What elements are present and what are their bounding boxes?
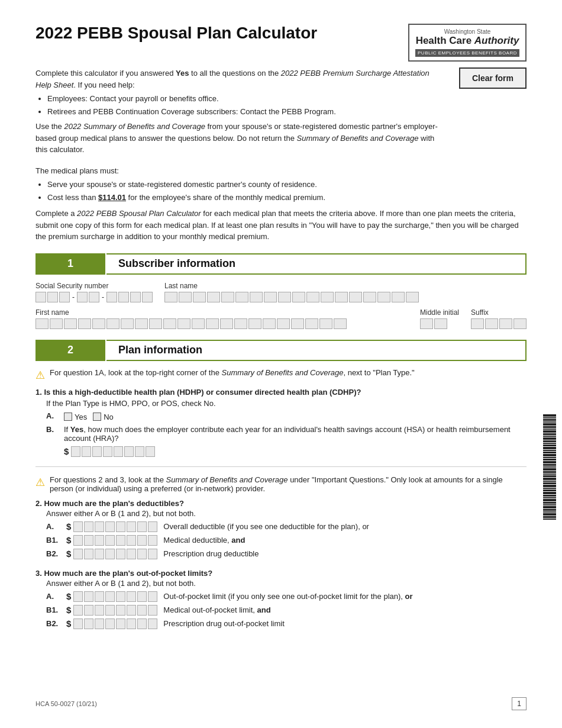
q2b2-desc: Prescription drug deductible [163, 549, 259, 558]
middle-initial-field-group: Middle initial [420, 308, 459, 329]
ssn-field-group: Social Security number - - [35, 282, 153, 302]
q3b2-desc: Prescription drug out-of-pocket limit [163, 619, 284, 628]
page-number-box: 1 [512, 697, 527, 710]
section-2-header: 2 Plan information [35, 340, 527, 361]
section-2-number: 2 [35, 340, 106, 361]
q1b-dollar-input: $ [64, 446, 527, 457]
question-1-block: 1. Is this a high-deductible health plan… [35, 388, 527, 457]
q1a-yes-radio[interactable] [64, 413, 72, 421]
q3b1-amount-input[interactable] [73, 605, 157, 616]
divider-1 [35, 466, 527, 467]
title-block: 2022 PEBB Spousal Plan Calculator [35, 24, 317, 52]
ssn-input[interactable]: - - [35, 292, 153, 302]
q2b2-label: B2. [46, 549, 64, 558]
warning-1-text: For question 1A, look at the top-right c… [50, 368, 415, 377]
warning-1: ⚠ For question 1A, look at the top-right… [35, 368, 527, 382]
question-3-subtitle: Answer either A or B (1 and 2), but not … [46, 579, 527, 588]
criteria-1: Serve your spouse's or state-registered … [47, 179, 527, 191]
suffix-input[interactable] [471, 318, 527, 329]
first-name-input[interactable] [35, 318, 408, 329]
ssn-label: Social Security number [35, 282, 153, 290]
q2b1-amount-input[interactable] [73, 535, 157, 546]
ssn-box-7[interactable] [118, 292, 129, 302]
logo-main: Health Care Authority [415, 35, 519, 47]
footer: HCA 50-0027 (10/21) 1 [35, 697, 527, 710]
q1b-text: If Yes, how much does the employer contr… [64, 425, 527, 443]
question-3-title: 3. How much are the plan's out-of-pocket… [35, 569, 527, 578]
logo-box: Washington State Health Care Authority P… [408, 24, 527, 62]
question-2-subtitle: Answer either A or B (1 and 2), but not … [46, 509, 527, 518]
header-row: 2022 PEBB Spousal Plan Calculator Washin… [35, 24, 527, 62]
logo-title: Washington State [415, 28, 519, 35]
q2b1-desc: Medical deductible, and [163, 536, 245, 545]
criteria-2: Cost less than $114.01 for the employee'… [47, 192, 527, 204]
question-2-block: 2. How much are the plan's deductibles? … [35, 499, 527, 559]
warning-2-text: For questions 2 and 3, look at the Summa… [50, 475, 527, 493]
question-2b2-row: B2. $ Prescription drug deductible [46, 549, 527, 559]
last-name-label: Last name [164, 282, 527, 290]
ssn-box-8[interactable] [130, 292, 141, 302]
warning-2: ⚠ For questions 2 and 3, look at the Sum… [35, 475, 527, 493]
q1a-label: A. [46, 411, 58, 420]
ssn-box-5[interactable] [89, 292, 99, 302]
warning-icon-1: ⚠ [35, 369, 45, 382]
question-2b1-row: B1. $ Medical deductible, and [46, 535, 527, 546]
question-1-title: 1. Is this a high-deductible health plan… [35, 388, 527, 397]
q1a-yes-option[interactable]: Yes [64, 413, 87, 421]
section-1-header: 1 Subscriber information [35, 253, 527, 275]
q1b-amount-input[interactable] [71, 446, 155, 457]
intro-paragraph-1: Complete this calculator if you answered… [35, 67, 444, 117]
question-3a-row: A. $ Out-of-pocket limit (if you only se… [46, 591, 527, 602]
section-1-title: Subscriber information [106, 253, 527, 275]
question-1a: A. Yes No [46, 411, 527, 421]
ssn-box-4[interactable] [77, 292, 88, 302]
clear-form-button[interactable]: Clear form [459, 67, 527, 89]
intro-paragraph-3: Complete a 2022 PEBB Spousal Plan Calcul… [35, 208, 527, 243]
middle-initial-input[interactable] [420, 318, 459, 329]
q3b2-amount-input[interactable] [73, 619, 157, 629]
q2a-desc: Overall deductible (if you see one deduc… [163, 522, 369, 531]
question-2-title: 2. How much are the plan's deductibles? [35, 499, 527, 508]
header-right: Washington State Health Care Authority P… [408, 24, 527, 62]
ssn-box-1[interactable] [35, 292, 46, 302]
question-3b1-row: B1. $ Medical out-of-pocket limit, and [46, 605, 527, 616]
last-name-input[interactable] [164, 292, 527, 302]
q2b1-label: B1. [46, 536, 64, 545]
bullet-1: Employees: Contact your payroll or benef… [47, 93, 444, 105]
q3b2-label: B2. [46, 619, 64, 628]
section-1-number: 1 [35, 253, 106, 275]
q1b-content: If Yes, how much does the employer contr… [64, 425, 527, 457]
intro-paragraph-2: Use the 2022 Summary of Benefits and Cov… [35, 121, 444, 156]
criteria-block: The medical plans must: Serve your spous… [35, 165, 527, 204]
ssn-box-3[interactable] [59, 292, 70, 302]
q3b1-label: B1. [46, 605, 64, 614]
firstname-row: First name Middle initial Suffix [35, 308, 527, 329]
q3a-amount-input[interactable] [73, 591, 157, 602]
ssn-lastname-row: Social Security number - - Last name [35, 282, 527, 302]
footer-code: HCA 50-0027 (10/21) [35, 700, 97, 707]
question-3b2-row: B2. $ Prescription drug out-of-pocket li… [46, 619, 527, 629]
ssn-box-9[interactable] [142, 292, 153, 302]
q2a-amount-input[interactable] [73, 521, 157, 532]
q1a-no-option[interactable]: No [93, 413, 114, 421]
ssn-box-2[interactable] [47, 292, 58, 302]
middle-initial-label: Middle initial [420, 308, 459, 317]
question-3-block: 3. How much are the plan's out-of-pocket… [35, 569, 527, 629]
warning-icon-2: ⚠ [35, 476, 45, 489]
last-name-field-group: Last name [164, 282, 527, 302]
q3a-desc: Out-of-pocket limit (if you only see one… [163, 592, 412, 601]
logo-sub: PUBLIC EMPLOYEES BENEFITS BOARD [415, 49, 519, 57]
ssn-box-6[interactable] [106, 292, 117, 302]
suffix-label: Suffix [471, 308, 527, 317]
q1b-label: B. [46, 425, 58, 434]
question-2a-row: A. $ Overall deductible (if you see one … [46, 521, 527, 532]
page-title: 2022 PEBB Spousal Plan Calculator [35, 24, 317, 43]
q3a-label: A. [46, 592, 64, 601]
clear-form-container: Clear form [456, 67, 527, 89]
q2b2-amount-input[interactable] [73, 549, 157, 559]
first-name-field-group: First name [35, 308, 408, 329]
q2a-label: A. [46, 522, 64, 531]
q3b1-desc: Medical out-of-pocket limit, and [163, 605, 270, 614]
q1a-radio-group: Yes No [64, 413, 527, 421]
q1a-no-radio[interactable] [93, 413, 101, 421]
